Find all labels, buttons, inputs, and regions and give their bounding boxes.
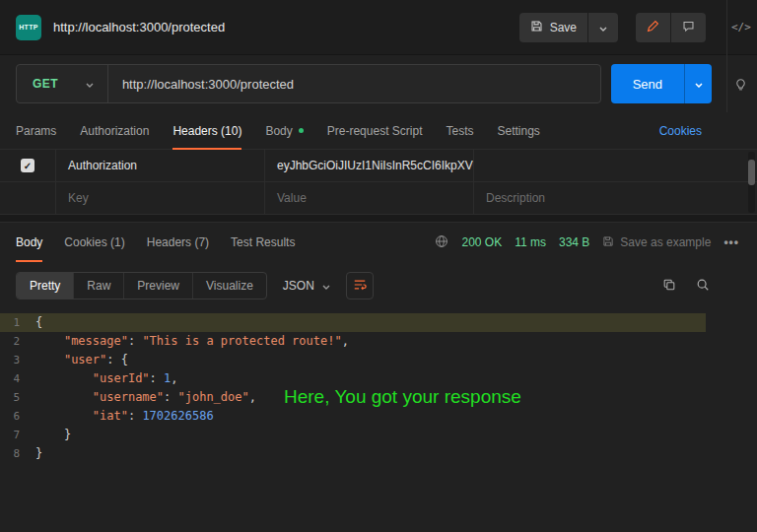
save-as-example-button[interactable]: Save as example [602,235,711,250]
tab-params[interactable]: Params [16,112,56,149]
section-divider [0,215,757,223]
response-tab-body[interactable]: Body [16,223,42,262]
annotation-overlay: Here, You got your response [284,386,521,408]
lightbulb-button[interactable] [733,77,748,95]
code-icon: </> [731,21,751,33]
view-pretty[interactable]: Pretty [17,273,73,299]
tab-label: Params [16,124,56,138]
method-label: GET [33,77,58,91]
save-icon [530,20,543,35]
header-row-authorization[interactable]: ✓ Authorization eyJhbGciOiJIUzI1NiIsInR5… [0,150,757,182]
header-key-placeholder[interactable]: Key [55,182,264,214]
save-dropdown-button[interactable] [587,13,618,42]
table-scrollbar-thumb[interactable] [748,160,755,185]
tab-label: Pre-request Script [327,124,423,138]
edit-comment-group [636,13,706,42]
tab-settings[interactable]: Settings [498,112,540,149]
code-line[interactable]: 6 "iat": 1702626586 [0,407,706,426]
headers-table: ✓ Authorization eyJhbGciOiJIUzI1NiIsInR5… [0,150,757,215]
response-body-actions [662,278,710,295]
tab-label: Body [16,235,42,249]
wrap-text-button[interactable] [346,272,374,299]
tab-label: Cookies (1) [64,235,124,249]
save-button[interactable]: Save [519,13,587,42]
format-selector[interactable]: JSON [283,279,330,293]
comment-icon [682,20,695,35]
wrap-text-icon [353,278,367,295]
right-rail-divider [726,0,727,112]
header-row-checkbox[interactable]: ✓ [21,159,34,172]
send-button-group: Send [611,64,712,103]
code-line[interactable]: 7 } [0,426,706,444]
body-modified-dot [299,128,304,133]
line-number: 8 [0,444,35,463]
send-dropdown-button[interactable] [684,64,712,103]
header-row-new[interactable]: Key Value Description [0,182,757,215]
lightbulb-icon [733,81,748,95]
tab-authorization[interactable]: Authorization [80,112,149,149]
line-number: 2 [0,332,35,351]
header-key-cell[interactable]: Authorization [55,150,264,181]
tab-label: Settings [498,124,540,138]
view-raw[interactable]: Raw [73,273,123,299]
code-line-content: "user": { [35,351,128,369]
code-line[interactable]: 3 "user": { [0,351,706,369]
line-number: 3 [0,351,35,369]
view-visualize[interactable]: Visualize [192,273,266,299]
tab-headers[interactable]: Headers (10) [172,112,241,149]
response-status[interactable]: 200 OK [461,235,502,249]
response-tab-headers[interactable]: Headers (7) [147,223,209,262]
search-icon [696,281,710,295]
http-badge-label: HTTP [19,24,37,31]
code-line-content: "username": "john_doe", [35,388,256,407]
response-header: Body Cookies (1) Headers (7) Test Result… [0,223,757,262]
header-description-cell[interactable] [473,150,757,181]
tab-label: Headers (10) [172,124,241,138]
save-icon [602,235,614,250]
header-value-placeholder[interactable]: Value [264,182,473,214]
line-number: 6 [0,407,35,426]
response-tab-test-results[interactable]: Test Results [231,223,295,262]
tab-label: Tests [446,124,473,138]
code-line[interactable]: 2 "message": "This is a protected route!… [0,332,706,351]
response-body-viewer: 1{2 "message": "This is a protected rout… [0,309,757,463]
code-snippet-button[interactable]: </> [731,21,751,33]
tab-tests[interactable]: Tests [446,112,473,149]
tab-body[interactable]: Body [265,112,303,149]
table-scrollbar[interactable] [748,152,755,213]
header-value-cell[interactable]: eyJhbGciOiJIUzI1NiIsInR5cCI6IkpXVC... [264,150,473,181]
method-selector[interactable]: GET [17,65,107,102]
request-tabs: Params Authorization Headers (10) Body P… [0,112,757,150]
line-number: 7 [0,426,35,444]
line-number: 4 [0,369,35,388]
response-tabs: Body Cookies (1) Headers (7) Test Result… [16,223,295,262]
code-line[interactable]: 1{ [0,313,706,332]
copy-icon [662,281,676,295]
header-description-placeholder[interactable]: Description [473,182,757,214]
edit-button[interactable] [636,13,670,42]
code-line-content: } [35,444,42,463]
tab-label: Test Results [231,235,295,249]
tab-pre-request-script[interactable]: Pre-request Script [327,112,423,149]
response-size[interactable]: 334 B [559,235,589,249]
url-input[interactable] [108,65,600,102]
response-more-button[interactable]: ••• [723,235,739,249]
app-window: HTTP http://localhost:3000/protected Sav… [0,0,757,532]
response-toolbar: Pretty Raw Preview Visualize JSON [0,262,757,309]
view-preview[interactable]: Preview [123,273,192,299]
tab-label: Authorization [80,124,149,138]
comment-button[interactable] [670,13,706,42]
send-button[interactable]: Send [611,64,684,103]
cookies-link[interactable]: Cookies [659,124,702,138]
code-line[interactable]: 8} [0,444,706,463]
copy-button[interactable] [662,278,676,295]
response-tab-cookies[interactable]: Cookies (1) [64,223,124,262]
globe-icon[interactable] [435,234,448,251]
tab-label: Body [265,124,292,138]
code-line-content: } [35,426,71,444]
response-time[interactable]: 11 ms [515,235,546,249]
chevron-down-icon [599,21,607,34]
save-as-example-label: Save as example [620,235,711,249]
code-line-content: { [35,313,42,332]
search-button[interactable] [696,278,710,295]
